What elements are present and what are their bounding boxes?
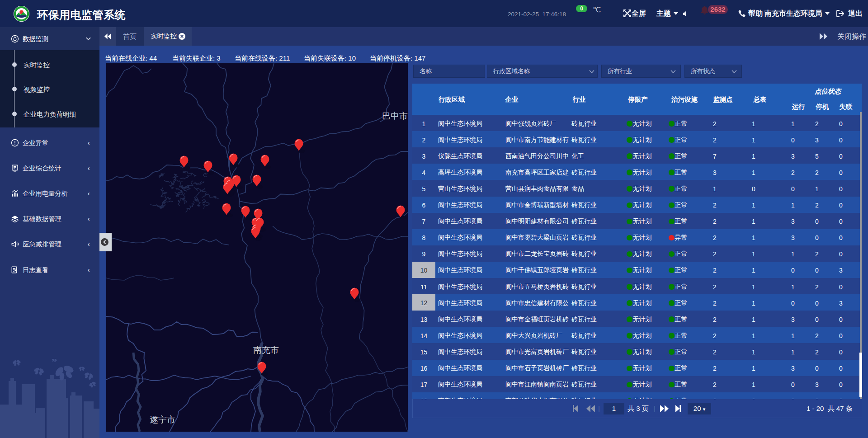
svg-text:南充市: 南充市 xyxy=(253,345,279,355)
svg-text:巴中市: 巴中市 xyxy=(382,111,408,121)
svg-text:遂宁市: 遂宁市 xyxy=(150,415,175,424)
